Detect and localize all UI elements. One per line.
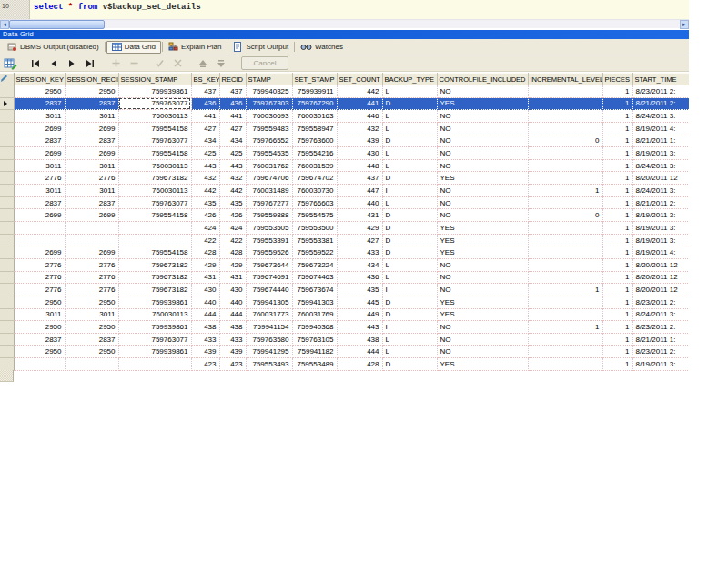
cell-set-stamp[interactable]: 759674463 (292, 271, 337, 284)
cell-pieces[interactable]: 1 (602, 358, 632, 371)
cell-bs-key[interactable]: 444 (191, 308, 219, 321)
cell-set-count[interactable]: 438 (337, 333, 382, 346)
cell-recid[interactable]: 438 (219, 321, 246, 334)
row-selector[interactable] (0, 97, 14, 110)
first-record-button[interactable] (28, 56, 43, 70)
column-header-recid[interactable]: RECID (219, 74, 246, 85)
cell-session-recid[interactable] (65, 358, 118, 371)
table-row[interactable]: 2950295075993986143843875994115475994036… (0, 321, 689, 334)
cell-backup-type[interactable]: D (382, 135, 437, 147)
cell-session-recid[interactable]: 2837 (65, 97, 118, 110)
cell-session-key[interactable]: 2699 (14, 122, 65, 135)
cell-set-stamp[interactable]: 760031769 (292, 308, 337, 321)
cell-set-stamp[interactable]: 760030730 (292, 185, 337, 197)
cell-session-stamp[interactable]: 759554158 (118, 122, 191, 135)
cell-pieces[interactable]: 1 (602, 271, 632, 284)
cell-set-stamp[interactable]: 759766603 (292, 196, 337, 209)
cell-session-recid[interactable]: 2699 (65, 122, 118, 135)
cell-recid[interactable]: 443 (219, 159, 246, 172)
cell-backup-type[interactable]: L (382, 333, 437, 346)
cell-controlfile-included[interactable]: NO (437, 258, 528, 271)
cell-bs-key[interactable]: 425 (191, 147, 219, 160)
cell-session-stamp[interactable]: 760030113 (118, 110, 191, 123)
cell-incremental-level[interactable] (528, 246, 602, 259)
last-record-button[interactable] (83, 56, 97, 70)
cell-controlfile-included[interactable]: YES (437, 358, 528, 371)
cell-pieces[interactable]: 1 (602, 135, 632, 147)
cell-stamp[interactable]: 759767303 (246, 97, 292, 110)
cell-recid[interactable]: 444 (219, 308, 246, 321)
cell-recid[interactable]: 427 (219, 122, 246, 135)
cell-bs-key[interactable]: 432 (191, 172, 219, 185)
cell-incremental-level[interactable]: 1 (528, 185, 602, 197)
cell-stamp[interactable]: 759674440 (246, 284, 292, 296)
cell-session-recid[interactable]: 2699 (65, 209, 118, 222)
cell-session-stamp[interactable]: 759939861 (118, 296, 191, 308)
cell-set-count[interactable]: 441 (337, 97, 382, 110)
cell-session-key[interactable]: 2699 (14, 209, 65, 222)
cell-set-count[interactable]: 432 (337, 122, 382, 135)
cell-pieces[interactable]: 1 (602, 209, 632, 222)
tab-explain-plan[interactable]: Explain Plan (164, 41, 226, 54)
cell-session-recid[interactable]: 3011 (65, 185, 118, 197)
sql-statement[interactable]: select * from v$backup_set_details (34, 3, 201, 12)
cell-recid[interactable]: 429 (219, 258, 246, 271)
cell-incremental-level[interactable] (528, 85, 602, 98)
cell-recid[interactable]: 428 (219, 246, 246, 259)
column-header-session-key[interactable]: SESSION_KEY (14, 74, 65, 85)
cell-session-stamp[interactable] (118, 222, 191, 235)
cell-bs-key[interactable]: 440 (191, 296, 219, 308)
cell-pieces[interactable]: 1 (602, 147, 632, 160)
cell-recid[interactable]: 425 (219, 147, 246, 160)
cell-session-key[interactable]: 2837 (14, 196, 65, 209)
cell-session-recid[interactable]: 2699 (65, 246, 118, 259)
cell-session-stamp[interactable]: 759939861 (118, 321, 191, 334)
scroll-right-icon[interactable]: ► (680, 20, 689, 29)
cell-recid[interactable]: 440 (219, 296, 246, 308)
cell-pieces[interactable]: 1 (602, 333, 632, 346)
row-selector[interactable] (0, 185, 14, 197)
cell-stamp[interactable]: 760031762 (246, 159, 292, 172)
cell-session-stamp[interactable]: 760030113 (118, 308, 191, 321)
table-row[interactable]: 423423759553493759553489428DYES18/19/201… (0, 358, 689, 371)
cell-recid[interactable]: 433 (219, 333, 246, 346)
cell-pieces[interactable]: 1 (602, 258, 632, 271)
table-row[interactable]: 2950295075993986143943975994129575994118… (0, 346, 689, 358)
cell-start-time[interactable]: 8/20/2011 12 (632, 284, 689, 296)
cell-stamp[interactable]: 759941305 (246, 296, 292, 308)
cell-start-time[interactable]: 8/20/2011 12 (632, 271, 689, 284)
cell-stamp[interactable]: 759674706 (246, 172, 292, 185)
cell-incremental-level[interactable] (528, 110, 602, 123)
row-selector[interactable] (0, 346, 14, 358)
table-row[interactable]: 2776277675967318243243275967470675967470… (0, 172, 689, 185)
cell-start-time[interactable]: 8/23/2011 2: (632, 346, 689, 358)
row-selector[interactable] (0, 308, 14, 321)
cell-start-time[interactable]: 8/21/2011 1: (632, 135, 689, 147)
cell-start-time[interactable]: 8/24/2011 3: (632, 308, 689, 321)
cell-session-key[interactable]: 3011 (14, 308, 65, 321)
cell-controlfile-included[interactable]: YES (437, 234, 528, 246)
cell-start-time[interactable]: 8/21/2011 2: (632, 97, 689, 110)
cell-set-count[interactable]: 444 (337, 346, 382, 358)
cell-set-stamp[interactable]: 759763105 (292, 333, 337, 346)
cell-pieces[interactable]: 1 (602, 308, 632, 321)
cell-session-recid[interactable]: 3011 (65, 110, 118, 123)
cell-session-recid[interactable]: 2699 (65, 147, 118, 160)
cell-recid[interactable]: 422 (219, 234, 246, 246)
cell-start-time[interactable]: 8/19/2011 4: (632, 246, 689, 259)
table-row[interactable]: 2776277675967318242942975967364475967322… (0, 258, 689, 271)
cell-controlfile-included[interactable]: NO (437, 110, 528, 123)
cell-backup-type[interactable]: D (382, 222, 437, 235)
cell-backup-type[interactable]: L (382, 110, 437, 123)
cell-recid[interactable]: 432 (219, 172, 246, 185)
cell-backup-type[interactable]: L (382, 271, 437, 284)
cell-backup-type[interactable]: L (382, 147, 437, 160)
cell-session-key[interactable]: 3011 (14, 185, 65, 197)
table-row[interactable]: 3011301176003011344344376003176276003153… (0, 159, 689, 172)
cell-controlfile-included[interactable]: NO (437, 271, 528, 284)
cell-session-key[interactable]: 2699 (14, 246, 65, 259)
cell-session-recid[interactable]: 2950 (65, 85, 118, 98)
cell-stamp[interactable]: 759559483 (246, 122, 292, 135)
cell-session-recid[interactable]: 2776 (65, 258, 118, 271)
cell-pieces[interactable]: 1 (602, 110, 632, 123)
